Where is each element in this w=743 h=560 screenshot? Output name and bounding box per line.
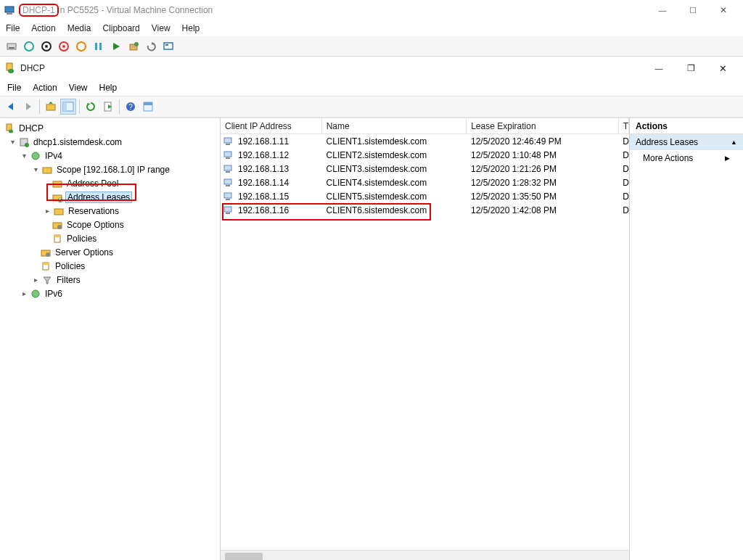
horizontal-scrollbar[interactable] (221, 550, 629, 560)
dhcp-menu-view[interactable]: View (69, 83, 88, 93)
tree-filters[interactable]: Filters (55, 275, 82, 285)
export-icon[interactable] (100, 99, 116, 115)
back-icon[interactable] (3, 99, 19, 115)
tree-ipv6[interactable]: IPv6 (44, 289, 64, 299)
tree-root[interactable]: DHCP (17, 123, 45, 133)
svg-point-44 (57, 225, 62, 229)
vm-menu-clipboard[interactable]: Clipboard (102, 23, 139, 33)
lease-row[interactable]: 192.168.1.15CLIENT5.sistemdesk.com12/5/2… (221, 189, 629, 203)
ipv4-icon (30, 150, 41, 162)
vm-menu-help[interactable]: Help (182, 23, 200, 33)
vm-close-button[interactable] (708, 1, 739, 20)
dhcp-menu-action[interactable]: Action (33, 83, 57, 93)
svg-rect-3 (9, 47, 15, 49)
expand-toggle[interactable]: ▸ (30, 276, 41, 284)
vm-maximize-button[interactable] (678, 1, 708, 20)
lease-row[interactable]: 192.168.1.11CLIENT1.sistemdesk.com12/5/2… (221, 134, 629, 148)
dhcp-root-icon (4, 123, 15, 134)
dhcp-minimize-button[interactable] (643, 58, 675, 78)
expand-toggle[interactable]: ▸ (42, 207, 52, 215)
svg-point-14 (134, 42, 139, 46)
reset-icon[interactable] (109, 39, 123, 54)
lease-name: CLIENT3.sistemdesk.com (322, 164, 467, 174)
dhcp-menubar: File Action View Help (0, 80, 743, 96)
svg-rect-22 (46, 104, 55, 110)
checkpoint-icon[interactable] (126, 39, 141, 54)
ctrl-alt-del-icon[interactable] (4, 39, 19, 54)
lease-row[interactable]: 192.168.1.12CLIENT2.sistemdesk.com12/5/2… (221, 148, 629, 162)
lease-type: D (618, 192, 629, 202)
tree-address-pool[interactable]: Address Pool (65, 178, 120, 189)
tree-server-options[interactable]: Server Options (54, 247, 115, 258)
dhcp-toolbar: ? (0, 96, 743, 118)
chevron-right-icon: ▶ (725, 155, 730, 162)
scope-icon (41, 164, 53, 176)
dhcp-close-button[interactable] (707, 58, 739, 78)
svg-rect-42 (54, 209, 63, 215)
help-icon[interactable]: ? (123, 99, 139, 115)
tree-reservations[interactable]: Reservations (67, 206, 120, 216)
vm-menu-view[interactable]: View (152, 23, 171, 33)
tree-address-leases[interactable]: Address Leases (65, 192, 132, 203)
refresh-icon[interactable] (83, 99, 99, 115)
pause-icon[interactable] (91, 39, 106, 54)
tree-pane[interactable]: DHCP ▾ dhcp1.sistemdesk.com ▾ IPv4 (0, 118, 221, 560)
actions-more[interactable]: More Actions ▶ (630, 150, 743, 166)
tree-scope[interactable]: Scope [192.168.1.0] IP range (55, 165, 171, 175)
svg-point-19 (8, 69, 14, 73)
list-body[interactable]: 192.168.1.11CLIENT1.sistemdesk.com12/5/2… (221, 134, 629, 550)
save-icon[interactable] (74, 39, 89, 54)
svg-rect-63 (224, 207, 231, 212)
lease-expiration: 12/5/2020 1:21:26 PM (467, 164, 618, 174)
expand-toggle[interactable]: ▾ (7, 138, 17, 146)
svg-point-8 (62, 45, 65, 48)
tree-policies[interactable]: Policies (65, 234, 98, 244)
properties-icon[interactable] (140, 99, 156, 115)
tree-policies-2[interactable]: Policies (54, 261, 86, 271)
shutdown-icon[interactable] (57, 39, 71, 54)
expand-toggle[interactable]: ▾ (30, 165, 41, 173)
up-folder-icon[interactable] (43, 99, 59, 115)
lease-ip: 192.168.1.15 (238, 192, 289, 202)
svg-rect-38 (43, 168, 52, 173)
svg-rect-50 (43, 263, 49, 265)
vm-menu-media[interactable]: Media (67, 23, 91, 33)
start-icon[interactable] (22, 39, 36, 54)
lease-row[interactable]: 192.168.1.16CLIENT6.sistemdesk.com12/5/2… (221, 203, 629, 217)
dhcp-menu-file[interactable]: File (7, 83, 21, 93)
revert-icon[interactable] (144, 39, 158, 54)
enhanced-session-icon[interactable] (161, 39, 176, 54)
tree-scope-options[interactable]: Scope Options (65, 220, 126, 230)
dhcp-menu-help[interactable]: Help (99, 83, 118, 93)
actions-context[interactable]: Address Leases ▲ (630, 134, 743, 150)
vm-toolbar (0, 36, 743, 57)
col-name[interactable]: Name (322, 118, 467, 133)
lease-row[interactable]: 192.168.1.13CLIENT3.sistemdesk.com12/5/2… (221, 162, 629, 176)
vm-menu-file[interactable]: File (6, 23, 20, 33)
col-lease-expiration[interactable]: Lease Expiration (467, 118, 618, 133)
expand-toggle[interactable]: ▾ (19, 152, 29, 160)
turnoff-icon[interactable] (39, 39, 54, 54)
lease-row[interactable]: 192.168.1.14CLIENT4.sistemdesk.com12/5/2… (221, 176, 629, 189)
vm-title-highlighted: DHCP-1 (19, 4, 59, 17)
lease-type: D (618, 205, 629, 215)
svg-marker-51 (44, 277, 51, 284)
col-client-ip[interactable]: Client IP Address (221, 118, 322, 133)
lease-type: D (618, 164, 629, 174)
collapse-icon: ▲ (731, 139, 737, 146)
scroll-thumb[interactable] (225, 553, 263, 561)
expand-toggle[interactable]: ▸ (19, 289, 29, 297)
tree-server[interactable]: dhcp1.sistemdesk.com (32, 137, 123, 147)
vm-minimize-button[interactable] (647, 1, 678, 20)
lease-ip: 192.168.1.14 (238, 178, 289, 188)
tree-ipv4[interactable]: IPv4 (44, 151, 64, 161)
lease-name: CLIENT1.sistemdesk.com (322, 136, 467, 147)
dhcp-restore-button[interactable] (675, 58, 707, 78)
list-header: Client IP Address Name Lease Expiration … (221, 118, 629, 134)
col-type[interactable]: T (619, 118, 629, 133)
svg-rect-59 (224, 179, 231, 184)
forward-icon[interactable] (20, 99, 36, 115)
show-hide-tree-icon[interactable] (60, 99, 76, 115)
vm-menu-action[interactable]: Action (31, 23, 55, 33)
vm-window-controls (647, 1, 739, 20)
